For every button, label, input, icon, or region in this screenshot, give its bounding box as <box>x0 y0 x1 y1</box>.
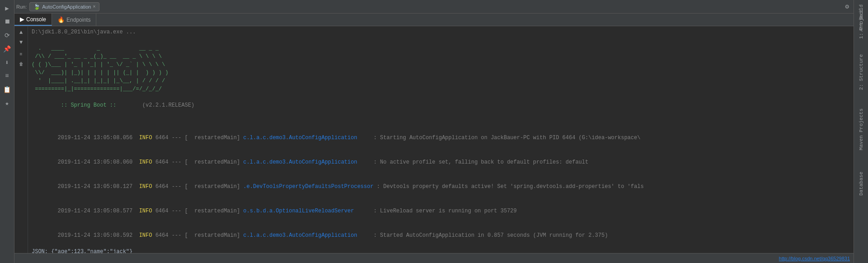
endpoints-tab-icon: 🔥 <box>57 16 65 23</box>
spring-boot-label: :: Spring Boot :: <box>58 102 142 108</box>
tab-bar: ▶ Console 🔥 Endpoints <box>14 14 854 26</box>
spring-ascii-4: \\/ ___)| |_)| | | | | || (_| | ) ) ) ) <box>32 69 850 77</box>
tab-endpoints[interactable]: 🔥 Endpoints <box>52 14 96 26</box>
spring-ascii-1: . ____ _ __ _ _ <box>32 44 850 52</box>
right-strip-label-3[interactable]: Maven Projects <box>859 108 864 150</box>
blank2 <box>32 117 850 126</box>
console-wrapper: ▲ ▼ ≡ 🗑 D:\jdk1.8.0_201\bin\java.exe ...… <box>14 26 854 253</box>
app-tab[interactable]: 🍃 AutoConfigApplication × <box>29 2 99 11</box>
msg2: : No active profile set, falling back to… <box>370 159 588 165</box>
class1: c.l.a.c.demo3.AutoConfigApplication <box>243 135 370 141</box>
class5: c.l.a.c.demo3.AutoConfigApplication <box>243 232 370 239</box>
msg1: : Starting AutoConfigApplication on Jack… <box>370 135 641 141</box>
path-line: D:\jdk1.8.0_201\bin\java.exe ... <box>32 28 850 36</box>
right-strip-label-db[interactable]: Database <box>859 172 864 196</box>
log-line-3: 2019-11-24 13:05:08.127 INFO 6464 --- [ … <box>32 174 850 199</box>
pid5: 6464 --- [ <box>152 232 194 239</box>
ts3: 2019-11-24 13:05:08.127 <box>58 183 139 190</box>
level4: INFO <box>139 208 152 214</box>
scroll-down-icon[interactable]: ⬇ <box>1 56 14 69</box>
copy-icon[interactable]: 📋 <box>1 83 14 96</box>
app-icon: 🍃 <box>33 4 40 10</box>
sep1: ] <box>237 135 243 141</box>
msg5: : Started AutoConfigApplication in 0.857… <box>370 232 608 239</box>
thread2: restartedMain <box>194 159 237 165</box>
right-strip-label-2[interactable]: 2: Structure <box>859 54 864 90</box>
sep4: ] <box>237 208 243 214</box>
msg3: : Devtools property defaults active! Set… <box>373 183 644 190</box>
spring-ascii-5: ' |____| .__|_| |_|_| |_\__, | / / / / <box>32 77 850 85</box>
ts5: 2019-11-24 13:05:08.592 <box>58 232 139 239</box>
rerun-icon[interactable]: ⟳ <box>1 29 14 42</box>
close-tab-icon[interactable]: × <box>93 4 96 9</box>
ts2: 2019-11-24 13:05:08.060 <box>58 159 139 165</box>
console-output[interactable]: D:\jdk1.8.0_201\bin\java.exe ... . ____ … <box>28 26 854 253</box>
level2: INFO <box>139 159 152 165</box>
tab-console[interactable]: ▶ Console <box>14 14 52 26</box>
thread1: restartedMain <box>194 135 237 141</box>
console-tab-label: Console <box>26 16 46 23</box>
pin-icon[interactable]: 📌 <box>1 42 14 55</box>
level5: INFO <box>139 232 152 239</box>
spring-boot-version: :: Spring Boot :: (v2.2.1.RELEASE) <box>32 93 850 117</box>
log-line-4: 2019-11-24 13:05:08.577 INFO 6464 --- [ … <box>32 199 850 223</box>
right-strip: 1: Project 2: Structure Maven Projects A… <box>854 0 868 263</box>
spring-ascii-2: /\\ / ___'_ __ _ _(_)_ __ __ _ \ \ \ \ <box>32 52 850 61</box>
toolbar: Run: 🍃 AutoConfigApplication × ⚙ <box>14 0 854 14</box>
endpoints-tab-label: Endpoints <box>66 17 90 23</box>
json-line: JSON: {"age":123,"name":"jack"} <box>32 248 850 253</box>
gear-icon[interactable]: ⚙ <box>843 3 852 10</box>
console-tab-icon: ▶ <box>20 16 24 23</box>
stop-icon[interactable]: ⏹ <box>1 15 14 28</box>
run-icon[interactable]: ▶ <box>1 2 14 14</box>
level1: INFO <box>139 135 152 141</box>
class2: c.l.a.c.demo3.AutoConfigApplication <box>243 159 370 165</box>
ts1: 2019-11-24 13:05:08.056 <box>58 135 139 141</box>
status-url[interactable]: http://blog.csdn.net/qq36529831 <box>779 256 850 261</box>
level3: INFO <box>139 183 152 190</box>
right-strip-label-antbuild[interactable]: Ant Build <box>859 5 864 31</box>
blank1 <box>32 36 850 44</box>
app-tab-label: AutoConfigApplication <box>42 4 91 9</box>
left-sidebar: ▶ ⏹ ⟳ 📌 ⬇ ≡ 📋 ★ <box>0 0 14 263</box>
log-line-5: 2019-11-24 13:05:08.592 INFO 6464 --- [ … <box>32 223 850 248</box>
log-line-1: 2019-11-24 13:05:08.056 INFO 6464 --- [ … <box>32 126 850 150</box>
pid1: 6464 --- [ <box>152 135 194 141</box>
bookmark-icon[interactable]: ★ <box>1 97 14 109</box>
pid4: 6464 --- [ <box>152 208 194 214</box>
sep3: ] <box>237 183 243 190</box>
sep2: ] <box>237 159 243 165</box>
scroll-up-gutter[interactable]: ▲ <box>17 28 26 37</box>
thread5: restartedMain <box>194 232 237 239</box>
scroll-down-gutter[interactable]: ▼ <box>17 38 26 47</box>
log-line-2: 2019-11-24 13:05:08.060 INFO 6464 --- [ … <box>32 150 850 174</box>
status-bar: http://blog.csdn.net/qq36529831 <box>14 253 854 263</box>
thread3: restartedMain <box>194 183 237 190</box>
ts4: 2019-11-24 13:05:08.577 <box>58 208 139 214</box>
wrap-lines-btn[interactable]: ≡ <box>17 50 26 59</box>
main-area: Run: 🍃 AutoConfigApplication × ⚙ ▶ Conso… <box>14 0 854 263</box>
spring-ascii-3: ( ( )\___ | '_ | '_| | '_ \/ _` | \ \ \ … <box>32 61 850 69</box>
clear-console-btn[interactable]: 🗑 <box>17 60 26 69</box>
pid3: 6464 --- [ <box>152 183 194 190</box>
pid2: 6464 --- [ <box>152 159 194 165</box>
console-gutter: ▲ ▼ ≡ 🗑 <box>14 26 28 253</box>
spring-ascii-6: =========|_|==============|___/=/_/_/_/ <box>32 85 850 93</box>
thread4: restartedMain <box>194 208 237 214</box>
settings-icon[interactable]: ≡ <box>1 70 14 82</box>
sep5: ] <box>237 232 243 239</box>
run-label: Run: <box>16 4 27 9</box>
class3: .e.DevToolsPropertyDefaultsPostProcessor <box>243 183 373 190</box>
class4: o.s.b.d.a.OptionalLiveReloadServer <box>243 208 370 214</box>
msg4: : LiveReload server is running on port 3… <box>370 208 517 214</box>
spring-boot-ver: (v2.2.1.RELEASE) <box>142 102 194 108</box>
